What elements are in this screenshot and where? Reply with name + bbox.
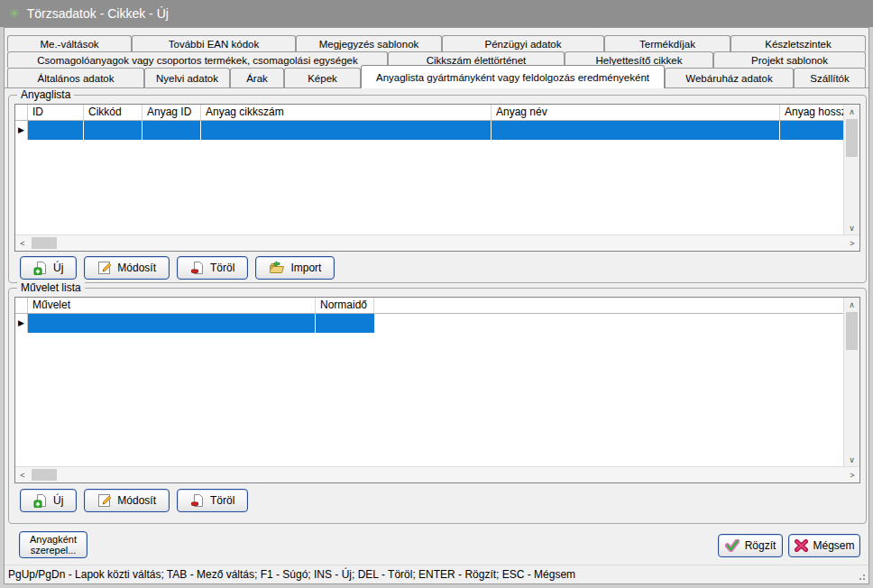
muvelet-lista-grid[interactable]: Művelet Normaidő ▶ ∧ ∨ < — [14, 297, 860, 483]
muvelet-lista-horizontal-scrollbar[interactable]: < > — [15, 466, 859, 482]
column-header-normaido[interactable]: Normaidő — [316, 298, 374, 313]
add-document-icon — [33, 493, 48, 508]
app-flower-icon: ✳ — [9, 6, 20, 21]
tab-anyaglista-active[interactable]: Anyaglista gyártmányként vagy feldolgozá… — [361, 65, 665, 88]
delete-document-icon — [190, 493, 205, 508]
scroll-left-icon[interactable]: < — [15, 236, 30, 251]
tab-altalanos-adatok[interactable]: Általános adatok — [7, 68, 144, 87]
tab-projekt-sablonok[interactable]: Projekt sablonok — [713, 51, 866, 68]
column-header-anyag-id[interactable]: Anyag ID — [142, 105, 201, 120]
scroll-up-icon[interactable]: ∧ — [844, 105, 859, 119]
title-bar[interactable]: ✳ Törzsadatok - Cikkek - Új — [0, 0, 873, 27]
muvelet-delete-button[interactable]: Töröl — [177, 489, 248, 512]
row-indicator-icon: ▶ — [18, 319, 24, 327]
row-indicator-header-cell — [15, 298, 28, 313]
green-check-icon — [725, 539, 740, 552]
window-title: Törzsadatok - Cikkek - Új — [27, 6, 169, 21]
column-header-id[interactable]: ID — [28, 105, 84, 120]
scroll-right-icon[interactable]: > — [845, 468, 859, 482]
scroll-left-icon[interactable]: < — [15, 468, 30, 482]
tab-row-3: Általános adatok Nyelvi adatok Árak Képe… — [7, 68, 866, 87]
horizontal-scroll-thumb[interactable] — [32, 469, 57, 481]
column-header-muvelet[interactable]: Művelet — [28, 298, 316, 313]
muvelet-lista-group-label: Művelet lista — [17, 281, 85, 294]
tab-penzugyi-adatok[interactable]: Pénzügyi adatok — [442, 35, 604, 51]
vertical-scroll-thumb[interactable] — [846, 312, 858, 350]
tab-csomagoloanyagok[interactable]: Csomagolóanyagok vagy csoportos termékek… — [7, 51, 388, 68]
anyaglista-delete-button[interactable]: Töröl — [177, 256, 248, 280]
column-header-cikkod[interactable]: Cikkód — [84, 105, 142, 120]
anyaglista-vertical-scrollbar[interactable]: ∧ ∨ — [843, 105, 859, 235]
anyaglista-horizontal-scrollbar[interactable]: < > — [15, 234, 859, 251]
column-header-anyag-nev[interactable]: Anyag név — [492, 105, 780, 120]
anyaglista-group-label: Anyaglista — [17, 88, 74, 101]
tab-keszletszintek[interactable]: Készletszintek — [731, 35, 866, 51]
import-folder-icon — [269, 261, 285, 275]
red-x-icon — [795, 539, 808, 552]
delete-document-icon — [190, 261, 205, 275]
tab-megjegyzes-sablonok[interactable]: Megjegyzés sablonok — [296, 35, 442, 51]
anyagkent-szerepel-button[interactable]: Anyagként szerepel... — [19, 531, 87, 558]
tab-kepek[interactable]: Képek — [284, 68, 361, 87]
application-window: ✳ Törzsadatok - Cikkek - Új Me.-váltások… — [0, 0, 873, 588]
anyaglista-grid[interactable]: ID Cikkód Anyag ID Anyag cikkszám Anyag … — [14, 104, 860, 252]
save-button[interactable]: Rögzít — [718, 534, 783, 557]
anyaglista-new-button[interactable]: Új — [20, 256, 77, 280]
tab-me-valtasok[interactable]: Me.-váltások — [7, 35, 132, 51]
scroll-down-icon[interactable]: ∨ — [844, 453, 859, 467]
scroll-up-icon[interactable]: ∧ — [844, 298, 859, 312]
anyaglista-button-row: Új Módosít Töröl Import — [20, 256, 335, 280]
muvelet-lista-vertical-scrollbar[interactable]: ∧ ∨ — [843, 298, 859, 467]
muvelet-lista-selected-row[interactable]: ▶ — [15, 314, 844, 333]
anyaglista-groupbox: Anyaglista ID Cikkód Anyag ID Anyag cikk… — [8, 95, 867, 283]
muvelet-new-button[interactable]: Új — [20, 489, 77, 512]
status-bar-text: PgUp/PgDn - Lapok közti váltás; TAB - Me… — [8, 568, 575, 581]
add-document-icon — [33, 261, 48, 275]
horizontal-scroll-thumb[interactable] — [32, 237, 57, 249]
muvelet-lista-groupbox: Művelet lista Művelet Normaidő ▶ ∧ ∨ — [8, 288, 867, 524]
scroll-right-icon[interactable]: > — [845, 236, 859, 251]
tab-szallitok[interactable]: Szállítók — [794, 68, 866, 87]
tab-webaruhaz-adatok[interactable]: Webáruház adatok — [665, 68, 794, 87]
muvelet-lista-grid-header: Művelet Normaidő — [15, 298, 844, 314]
vertical-scroll-thumb[interactable] — [846, 119, 858, 157]
edit-pencil-icon — [97, 493, 112, 508]
anyaglista-edit-button[interactable]: Módosít — [84, 256, 170, 280]
tab-tovabbi-ean-kodok[interactable]: További EAN kódok — [132, 35, 296, 51]
tab-nyelvi-adatok[interactable]: Nyelvi adatok — [144, 68, 230, 87]
muvelet-edit-button[interactable]: Módosít — [84, 489, 170, 512]
tab-arak[interactable]: Árak — [230, 68, 284, 87]
row-indicator-icon: ▶ — [18, 126, 24, 134]
anyaglista-grid-header: ID Cikkód Anyag ID Anyag cikkszám Anyag … — [15, 105, 844, 121]
edit-pencil-icon — [97, 261, 112, 275]
status-bar: PgUp/PgDn - Lapok közti váltás; TAB - Me… — [5, 565, 868, 583]
tab-termekdijak[interactable]: Termékdíjak — [604, 35, 731, 51]
anyaglista-selected-row[interactable]: ▶ — [15, 121, 844, 140]
scroll-down-icon[interactable]: ∨ — [844, 221, 859, 235]
resize-grip[interactable] — [857, 572, 866, 581]
dialog-content: Me.-váltások További EAN kódok Megjegyzé… — [4, 27, 869, 584]
cancel-button[interactable]: Mégsem — [788, 534, 860, 557]
muvelet-lista-button-row: Új Módosít Töröl — [20, 489, 248, 512]
anyaglista-import-button[interactable]: Import — [255, 256, 335, 280]
row-indicator-header-cell — [15, 105, 28, 120]
tab-row-1: Me.-váltások További EAN kódok Megjegyzé… — [7, 35, 866, 51]
column-header-anyag-cikkszam[interactable]: Anyag cikkszám — [201, 105, 492, 120]
